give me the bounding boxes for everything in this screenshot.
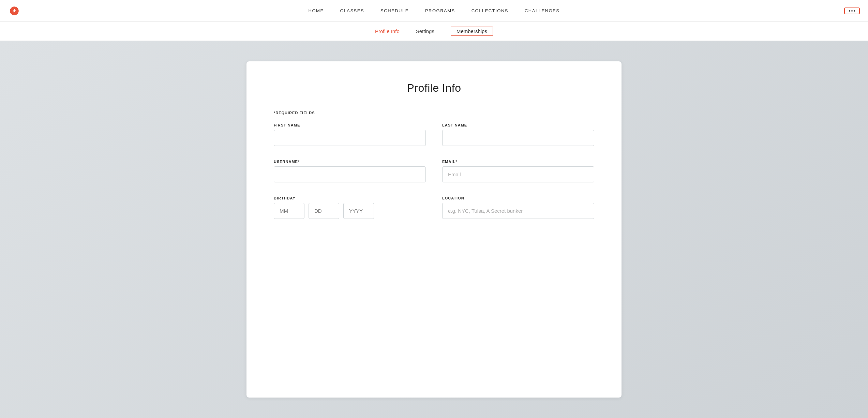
first-name-input[interactable] [274, 130, 426, 146]
nav-challenges[interactable]: CHALLENGES [525, 8, 559, 13]
tab-profile-info[interactable]: Profile Info [375, 27, 400, 35]
tab-memberships[interactable]: Memberships [451, 27, 493, 36]
dot-1 [849, 10, 850, 12]
birthday-inputs [274, 203, 426, 219]
profile-tabs: Profile Info Settings Memberships [0, 22, 868, 41]
profile-form-card: Profile Info *REQUIRED FIELDS FIRST NAME… [246, 61, 622, 398]
nav-collections[interactable]: COLLECTIONS [472, 8, 508, 13]
birthday-label: BIRTHDAY [274, 196, 426, 200]
logo[interactable] [8, 5, 20, 17]
name-row: FIRST NAME LAST NAME [274, 123, 594, 146]
email-input[interactable] [442, 166, 594, 182]
birthday-group: BIRTHDAY [274, 196, 426, 219]
first-name-label: FIRST NAME [274, 123, 426, 127]
birthday-mm-input[interactable] [274, 203, 304, 219]
birthday-dd-input[interactable] [309, 203, 339, 219]
nav-programs[interactable]: PROGRAMS [425, 8, 455, 13]
nav-classes[interactable]: CLASSES [340, 8, 364, 13]
page-content: Profile Info *REQUIRED FIELDS FIRST NAME… [0, 41, 868, 418]
location-input[interactable] [442, 203, 594, 219]
username-group: USERNAME* [274, 160, 426, 182]
first-name-group: FIRST NAME [274, 123, 426, 146]
last-name-label: LAST NAME [442, 123, 594, 127]
username-input[interactable] [274, 166, 426, 182]
nav-home[interactable]: HOME [309, 8, 324, 13]
dot-2 [851, 10, 853, 12]
email-group: EMAIL* [442, 160, 594, 182]
username-label: USERNAME* [274, 160, 426, 164]
more-button[interactable] [844, 8, 860, 14]
last-name-group: LAST NAME [442, 123, 594, 146]
location-label: LOCATION [442, 196, 594, 200]
tab-settings[interactable]: Settings [416, 27, 434, 35]
username-email-row: USERNAME* EMAIL* [274, 160, 594, 182]
location-group: LOCATION [442, 196, 594, 219]
dot-3 [854, 10, 855, 12]
nav-schedule[interactable]: SCHEDULE [380, 8, 409, 13]
last-name-input[interactable] [442, 130, 594, 146]
required-note: *REQUIRED FIELDS [274, 111, 594, 115]
form-title: Profile Info [274, 82, 594, 94]
email-label: EMAIL* [442, 160, 594, 164]
birthday-yyyy-input[interactable] [343, 203, 374, 219]
top-navigation: HOME CLASSES SCHEDULE PROGRAMS COLLECTIO… [0, 0, 868, 22]
birthday-location-row: BIRTHDAY LOCATION [274, 196, 594, 219]
nav-links: HOME CLASSES SCHEDULE PROGRAMS COLLECTIO… [309, 8, 560, 13]
